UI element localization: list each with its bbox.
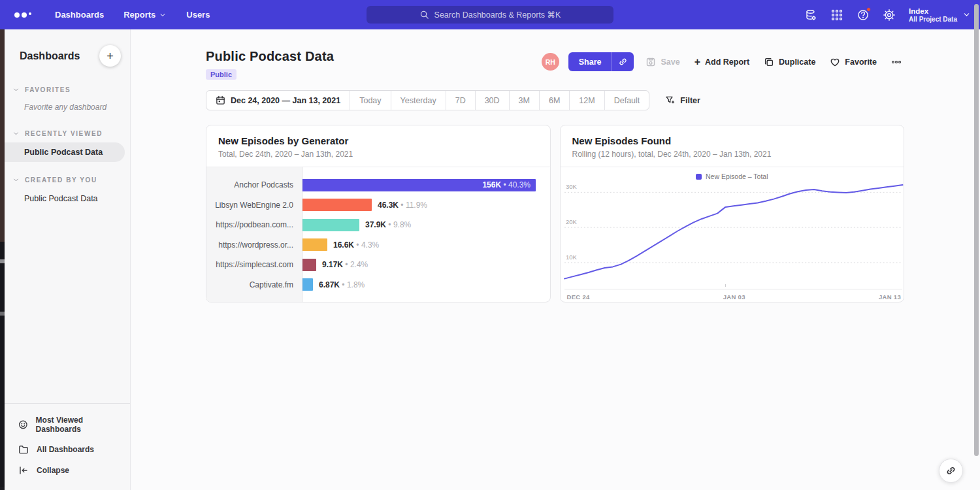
bar-row[interactable]: 46.3K • 11.9% [302, 195, 550, 216]
nav-item-label: Dashboards [55, 10, 104, 20]
notification-badge [866, 7, 871, 12]
folder-icon [18, 444, 29, 455]
nav-item-reports[interactable]: Reports [123, 10, 167, 20]
search-input[interactable]: Search Dashboards & Reports ⌘K [367, 6, 613, 24]
avatar[interactable]: RH [542, 53, 559, 71]
range-button-7d[interactable]: 7D [446, 91, 476, 110]
duplicate-button[interactable]: Duplicate [761, 54, 818, 70]
add-report-button[interactable]: + Add Report [692, 54, 752, 70]
save-label: Save [661, 57, 679, 67]
main-content: Public Podcast Data Public RH Share Save [131, 29, 980, 490]
section-header-favorites[interactable]: FAVORITES [5, 82, 130, 97]
bar-value-label: 37.9K • 9.8% [365, 220, 411, 229]
heart-icon [830, 57, 840, 67]
legend-swatch [696, 174, 702, 180]
help-icon[interactable] [857, 8, 870, 22]
footer-item-label: All Dashboards [37, 445, 94, 454]
favorite-button[interactable]: Favorite [827, 54, 879, 70]
range-button-yesterday[interactable]: Yesterday [391, 91, 446, 110]
footer-item-label: Collapse [37, 466, 69, 475]
data-connections-icon[interactable] [804, 8, 817, 22]
date-range-label: Dec 24, 2020 — Jan 13, 2021 [231, 96, 340, 105]
section-header-recently-viewed[interactable]: RECENTLY VIEWED [5, 126, 130, 141]
apps-grid-icon[interactable] [830, 8, 843, 22]
bar[interactable] [302, 238, 327, 251]
range-button-today[interactable]: Today [350, 91, 391, 110]
project-switcher[interactable]: Index All Project Data [909, 7, 971, 23]
page-title: Public Podcast Data [206, 49, 334, 64]
public-badge: Public [206, 69, 237, 80]
vertical-scrollbar[interactable] [974, 4, 979, 456]
mixpanel-logo-icon[interactable] [10, 10, 35, 20]
bar-value-label: 16.6K • 4.3% [333, 240, 379, 250]
share-button-group: Share [568, 52, 634, 71]
more-options-button[interactable] [889, 54, 904, 70]
filter-label: Filter [680, 96, 700, 105]
nav-item-label: Reports [123, 10, 155, 20]
chevron-down-icon [962, 10, 971, 19]
line-series[interactable] [564, 185, 903, 279]
bar[interactable] [302, 199, 372, 211]
save-button[interactable]: Save [643, 54, 682, 70]
sidebar-item-public-podcast-data[interactable]: Public Podcast Data [5, 189, 125, 208]
bar[interactable] [302, 219, 359, 231]
legend-label: New Episode – Total [706, 172, 768, 180]
link-icon [618, 57, 628, 67]
bar-value-label: 156K • 40.3% [482, 180, 531, 189]
settings-gear-icon[interactable] [883, 8, 896, 22]
bar[interactable]: 156K • 40.3% [302, 179, 536, 191]
bar-category-label: Anchor Podcasts [206, 175, 302, 195]
bar[interactable] [302, 259, 316, 271]
bar-value-label: 9.17K • 2.4% [322, 260, 368, 269]
most-viewed-dashboards-button[interactable]: Most Viewed Dashboards [5, 410, 130, 439]
share-button[interactable]: Share [568, 52, 612, 71]
section-label: CREATED BY YOU [25, 176, 97, 184]
footer-item-label: Most Viewed Dashboards [36, 416, 122, 434]
bar-row[interactable]: 156K • 40.3% [302, 175, 550, 195]
chevron-down-icon [12, 130, 20, 137]
range-button-30d[interactable]: 30D [476, 91, 510, 110]
sidebar-title: Dashboards [20, 50, 80, 62]
section-header-created-by-you[interactable]: CREATED BY YOU [5, 172, 130, 188]
save-icon [645, 57, 656, 67]
x-axis-label: JAN 03 [723, 293, 745, 301]
copy-link-button[interactable] [612, 52, 634, 71]
card-subtitle: Total, Dec 24th, 2020 – Jan 13th, 2021 [218, 150, 538, 159]
line-chart[interactable]: 10K20K30K [564, 184, 903, 287]
add-dashboard-button[interactable]: + [99, 45, 121, 67]
nav-item-dashboards[interactable]: Dashboards [55, 10, 104, 20]
bar[interactable] [302, 278, 313, 291]
bar-row[interactable]: 16.6K • 4.3% [302, 235, 550, 255]
all-dashboards-button[interactable]: All Dashboards [5, 439, 130, 460]
filter-button[interactable]: Filter [665, 95, 700, 105]
card-new-episodes-found: New Episodes Found Rolling (12 hours), t… [560, 125, 905, 302]
floating-share-link-button[interactable] [939, 459, 963, 483]
card-title: New Episodes Found [572, 135, 892, 146]
project-name: Index [909, 7, 957, 16]
app-window: Dashboards Reports Users Search Dashboar… [0, 0, 980, 490]
ellipsis-icon [891, 57, 902, 67]
nav-item-users[interactable]: Users [186, 10, 210, 20]
bar-labels: Anchor PodcastsLibsyn WebEngine 2.0https… [206, 167, 302, 302]
x-axis-label: JAN 13 [879, 293, 901, 301]
bar-category-label: Libsyn WebEngine 2.0 [206, 195, 302, 216]
y-axis-label: 30K [565, 183, 576, 190]
bar-rows: 156K • 40.3%46.3K • 11.9%37.9K • 9.8%16.… [302, 167, 550, 302]
background-window-strip [0, 29, 5, 490]
project-subtitle: All Project Data [909, 16, 957, 23]
range-button-default[interactable]: Default [605, 91, 649, 110]
sidebar: Dashboards + FAVORITES Favorite any dash… [5, 29, 131, 490]
range-button-12m[interactable]: 12M [570, 91, 604, 110]
favorite-label: Favorite [845, 57, 877, 67]
link-icon [945, 465, 956, 476]
date-range-picker[interactable]: Dec 24, 2020 — Jan 13, 2021 [206, 91, 350, 110]
bar-row[interactable]: 6.87K • 1.8% [302, 275, 550, 295]
bar-row[interactable]: 9.17K • 2.4% [302, 255, 550, 275]
favorites-empty-text: Favorite any dashboard [5, 97, 130, 117]
bar-row[interactable]: 37.9K • 9.8% [302, 215, 550, 235]
card-title: New Episodes by Generator [218, 135, 538, 146]
collapse-sidebar-button[interactable]: Collapse [5, 460, 130, 481]
sidebar-item-public-podcast-data[interactable]: Public Podcast Data [5, 142, 125, 162]
range-button-3m[interactable]: 3M [510, 91, 540, 110]
range-button-6m[interactable]: 6M [540, 91, 570, 110]
